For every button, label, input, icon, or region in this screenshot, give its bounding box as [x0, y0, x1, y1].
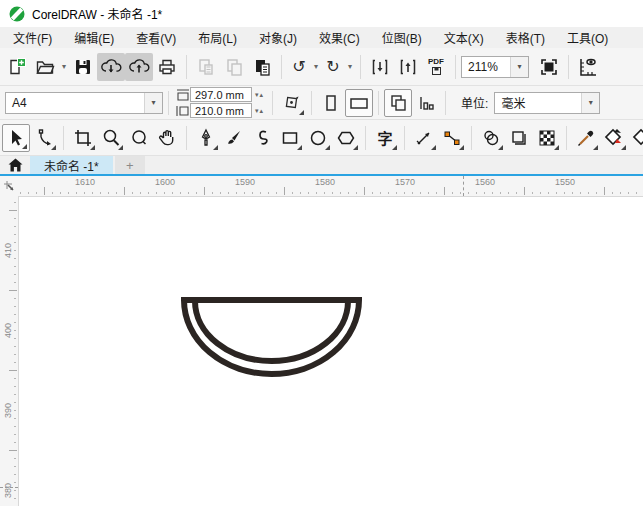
- ellipse-tool[interactable]: [304, 124, 332, 152]
- zoom-level-combobox[interactable]: 211% ▾: [461, 56, 529, 78]
- title-bar: CorelDRAW - 未命名 -1*: [0, 0, 643, 27]
- page-size-combobox[interactable]: A4 ▾: [5, 92, 163, 114]
- crop-tool[interactable]: [69, 124, 97, 152]
- home-button[interactable]: [0, 156, 30, 174]
- print-button[interactable]: [153, 53, 181, 81]
- page-height-spinner[interactable]: ▾▴: [252, 107, 267, 115]
- artistic-media-tool[interactable]: [220, 124, 248, 152]
- toolbar-separator: [568, 55, 569, 79]
- units-caret[interactable]: ▾: [581, 93, 599, 113]
- slice-inner-arc[interactable]: [195, 301, 348, 361]
- smart-fill-tool[interactable]: [628, 124, 643, 152]
- landscape-orientation-button[interactable]: [345, 89, 373, 117]
- rectangle-tool[interactable]: [276, 124, 304, 152]
- paste-button[interactable]: [248, 53, 276, 81]
- redo-button[interactable]: ↻: [321, 53, 345, 81]
- pen-tool[interactable]: [192, 124, 220, 152]
- interactive-fill-tool[interactable]: [600, 124, 628, 152]
- menu-item[interactable]: 位图(B): [371, 29, 433, 46]
- fullscreen-preview-button[interactable]: [535, 53, 563, 81]
- horizontal-ruler[interactable]: 1610160015901580157015601550: [18, 176, 643, 197]
- menu-bar: 文件(F)编辑(E)查看(V)布局(L)对象(J)效果(C)位图(B)文本(X)…: [0, 27, 643, 48]
- page-size-caret[interactable]: ▾: [144, 93, 162, 113]
- toolbar-separator: [471, 126, 472, 150]
- text-tool[interactable]: 字: [371, 124, 399, 152]
- ruler-label: 1600: [125, 177, 205, 187]
- show-rulers-button[interactable]: [574, 53, 602, 81]
- ruler-label: 1580: [285, 177, 365, 187]
- ruler-origin[interactable]: [0, 176, 18, 196]
- menu-item[interactable]: 表格(T): [495, 29, 556, 46]
- new-tab-label: +: [126, 158, 134, 173]
- property-bar: A4 ▾ 297.0 mm ▾▴ 210.0 mm ▾▴: [0, 86, 643, 120]
- menu-item[interactable]: 查看(V): [125, 29, 187, 46]
- toolbar-separator: [378, 91, 379, 115]
- publish-to-pdf-button[interactable]: PDF: [422, 53, 450, 81]
- toolbar-separator: [186, 55, 187, 79]
- export-button[interactable]: [394, 53, 422, 81]
- menu-item[interactable]: 对象(J): [248, 29, 308, 46]
- ruler-label: 1590: [205, 177, 285, 187]
- undo-button[interactable]: ↺: [287, 53, 311, 81]
- cloud-download-button[interactable]: [97, 53, 125, 81]
- transparency-tool[interactable]: [505, 124, 533, 152]
- toolbar-separator: [281, 55, 282, 79]
- shadow-tool[interactable]: [477, 124, 505, 152]
- new-tab-button[interactable]: +: [115, 156, 145, 174]
- drawing-canvas[interactable]: [19, 197, 643, 506]
- redo-icon: ↻: [326, 59, 339, 75]
- menu-item[interactable]: 效果(C): [308, 29, 371, 46]
- units-combobox[interactable]: 毫米 ▾: [494, 92, 600, 114]
- ruler-label: 1550: [525, 177, 605, 187]
- menu-item[interactable]: 编辑(E): [63, 29, 125, 46]
- import-button[interactable]: [366, 53, 394, 81]
- nudge-offset-button[interactable]: [278, 89, 306, 117]
- shape-tool[interactable]: [30, 124, 58, 152]
- color-eyedropper-tool[interactable]: [572, 124, 600, 152]
- document-tab-bar: 未命名 -1* +: [0, 156, 643, 176]
- document-tab-active[interactable]: 未命名 -1*: [30, 156, 113, 174]
- coreldraw-logo-icon: [9, 6, 25, 22]
- save-button[interactable]: [69, 53, 97, 81]
- pan-tool[interactable]: [153, 124, 181, 152]
- menu-item[interactable]: 文本(X): [433, 29, 495, 46]
- redo-dropdown-caret[interactable]: ▾: [345, 62, 355, 71]
- open-dropdown-caret[interactable]: ▾: [59, 62, 69, 71]
- watermelon-slice-drawing[interactable]: [180, 293, 365, 385]
- horizontal-ruler-ticks: [18, 187, 643, 196]
- undo-icon: ↺: [292, 59, 305, 75]
- zoom-tool[interactable]: [97, 124, 125, 152]
- pick-tool[interactable]: [2, 124, 30, 152]
- ruler-label: 1610: [45, 177, 125, 187]
- all-pages-button[interactable]: [384, 89, 412, 117]
- polygon-tool[interactable]: [332, 124, 360, 152]
- page-height-field[interactable]: 210.0 mm: [190, 103, 252, 118]
- menu-item[interactable]: 工具(O): [556, 29, 619, 46]
- dimension-tool[interactable]: [410, 124, 438, 152]
- portrait-orientation-button[interactable]: [317, 89, 345, 117]
- magnifier-tool[interactable]: [125, 124, 153, 152]
- cloud-upload-button[interactable]: [125, 53, 153, 81]
- coreldraw-window: CorelDRAW - 未命名 -1* 文件(F)编辑(E)查看(V)布局(L)…: [0, 0, 643, 506]
- toolbar-separator: [566, 126, 567, 150]
- menu-item[interactable]: 布局(L): [187, 29, 248, 46]
- undo-dropdown-caret[interactable]: ▾: [311, 62, 321, 71]
- new-document-button[interactable]: [3, 53, 31, 81]
- standard-toolbar: ▾: [0, 48, 643, 86]
- open-button[interactable]: [31, 53, 59, 81]
- home-icon: [8, 158, 23, 172]
- current-page-button[interactable]: [412, 89, 440, 117]
- menu-item[interactable]: 文件(F): [2, 29, 63, 46]
- toolbar-separator: [63, 126, 64, 150]
- toolbar-separator: [186, 126, 187, 150]
- vertical-ruler[interactable]: 410400390380: [0, 196, 19, 506]
- toolbar-separator: [455, 55, 456, 79]
- page-width-field[interactable]: 297.0 mm: [190, 87, 252, 102]
- copy-button: [220, 53, 248, 81]
- page-width-spinner[interactable]: ▾▴: [252, 91, 267, 99]
- mesh-fill-tool[interactable]: [533, 124, 561, 152]
- toolbar-separator: [168, 91, 169, 115]
- freehand-curve-tool[interactable]: [248, 124, 276, 152]
- connector-tool[interactable]: [438, 124, 466, 152]
- zoom-dropdown-caret[interactable]: ▾: [510, 57, 528, 77]
